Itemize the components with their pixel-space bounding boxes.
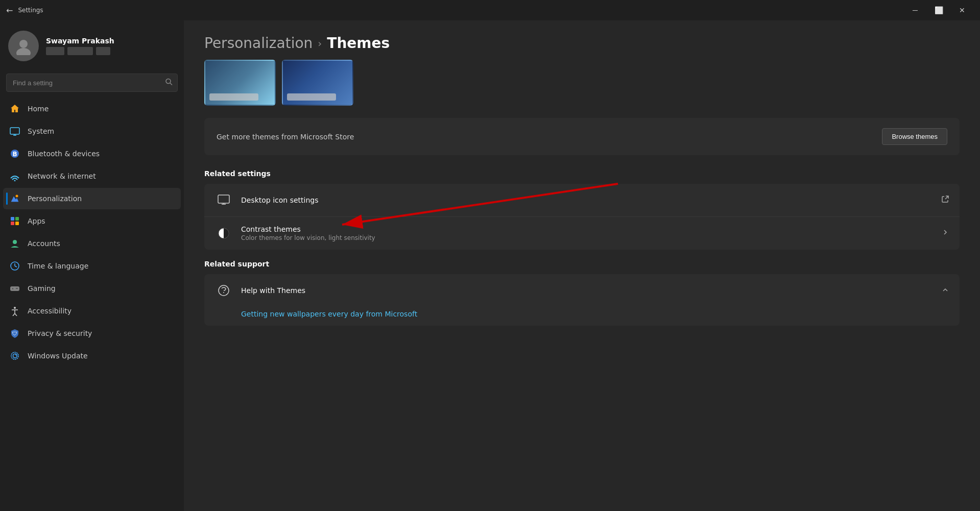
- nav-label-privacy: Privacy & security: [28, 329, 92, 337]
- theme-taskbar-1: [209, 93, 258, 101]
- svg-rect-11: [11, 217, 14, 221]
- chevron-right-icon: [941, 228, 949, 238]
- related-settings-card: Desktop icon settings: [204, 184, 960, 250]
- breadcrumb-parent[interactable]: Personalization: [204, 35, 313, 52]
- sidebar-item-apps[interactable]: Apps: [3, 210, 181, 232]
- svg-point-24: [14, 307, 16, 309]
- nav-label-home: Home: [28, 105, 49, 113]
- browse-themes-button[interactable]: Browse themes: [882, 128, 947, 145]
- app-title: Settings: [18, 7, 43, 14]
- breadcrumb-separator: ›: [318, 37, 322, 50]
- theme-thumb-img-1: [205, 61, 275, 105]
- sidebar-item-gaming[interactable]: Gaming: [3, 278, 181, 299]
- accessibility-icon: [9, 305, 20, 317]
- nav-label-apps: Apps: [28, 217, 45, 225]
- svg-point-32: [223, 292, 224, 293]
- themes-preview-row: [204, 60, 960, 106]
- svg-rect-27: [218, 195, 229, 203]
- search-box[interactable]: [6, 74, 178, 92]
- contrast-themes-icon: [214, 224, 233, 242]
- close-button[interactable]: ✕: [950, 0, 974, 20]
- badge-3: [96, 47, 110, 55]
- nav-label-accounts: Accounts: [28, 239, 60, 248]
- nav-label-system: System: [28, 127, 54, 135]
- nav-label-time: Time & language: [28, 262, 88, 270]
- theme-thumb-1[interactable]: [204, 60, 276, 106]
- sidebar-item-bluetooth[interactable]: B Bluetooth & devices: [3, 143, 181, 164]
- contrast-themes-row[interactable]: Contrast themes Color themes for low vis…: [204, 217, 960, 250]
- sidebar-item-privacy[interactable]: 🛡 Privacy & security: [3, 323, 181, 344]
- maximize-button[interactable]: ⬜: [927, 0, 950, 20]
- desktop-icon-settings-icon: [214, 191, 233, 209]
- sidebar: Swayam Prakash: [0, 20, 184, 511]
- svg-rect-14: [15, 222, 19, 225]
- help-with-themes-content: Getting new wallpapers every day from Mi…: [204, 307, 960, 326]
- badge-2: [67, 47, 93, 55]
- related-support-card: Help with Themes Getting new wallpapers …: [204, 274, 960, 326]
- help-with-themes-icon: [214, 281, 233, 300]
- svg-line-3: [170, 83, 172, 85]
- nav-label-accessibility: Accessibility: [28, 307, 71, 315]
- theme-thumb-img-2: [283, 61, 352, 105]
- gaming-icon: [9, 283, 20, 294]
- sidebar-item-accounts[interactable]: Accounts: [3, 233, 181, 254]
- nav-label-network: Network & internet: [28, 172, 96, 180]
- sidebar-item-personalization[interactable]: Personalization: [3, 188, 181, 209]
- external-link-icon: [941, 195, 949, 205]
- wallpapers-link[interactable]: Getting new wallpapers every day from Mi…: [241, 310, 417, 318]
- nav-label-gaming: Gaming: [28, 284, 56, 293]
- svg-line-18: [15, 266, 17, 267]
- minimize-button[interactable]: ─: [903, 0, 927, 20]
- content-area: Personalization › Themes: [184, 20, 980, 511]
- chevron-up-icon: [941, 286, 949, 296]
- personalization-icon: [9, 193, 20, 204]
- svg-point-2: [166, 79, 171, 84]
- window-controls: ─ ⬜ ✕: [903, 0, 974, 20]
- svg-point-23: [17, 288, 18, 289]
- network-icon: [9, 171, 20, 182]
- sidebar-item-accessibility[interactable]: Accessibility: [3, 300, 181, 322]
- contrast-themes-content: Contrast themes Color themes for low vis…: [241, 225, 933, 241]
- apps-icon: [9, 215, 20, 227]
- sidebar-item-system[interactable]: System: [3, 120, 181, 142]
- svg-point-22: [16, 288, 17, 289]
- contrast-themes-title: Contrast themes: [241, 225, 933, 233]
- svg-point-0: [19, 40, 28, 48]
- help-with-themes-header[interactable]: Help with Themes: [204, 274, 960, 307]
- sidebar-item-network[interactable]: Network & internet: [3, 165, 181, 187]
- browse-themes-text: Get more themes from Microsoft Store: [217, 133, 354, 141]
- svg-point-1: [16, 48, 31, 55]
- badge-1: [46, 47, 64, 55]
- sidebar-item-home[interactable]: Home: [3, 98, 181, 119]
- content-body: Get more themes from Microsoft Store Bro…: [184, 60, 980, 350]
- theme-thumb-2[interactable]: [282, 60, 353, 106]
- svg-text:B: B: [12, 151, 17, 158]
- sidebar-item-time[interactable]: Time & language: [3, 255, 181, 277]
- svg-rect-19: [10, 286, 19, 291]
- nav-label-personalization: Personalization: [28, 194, 82, 203]
- nav-list: Home System B: [0, 98, 184, 511]
- user-badges: [46, 47, 114, 55]
- related-settings-heading: Related settings: [204, 169, 960, 178]
- windows-update-icon: [9, 350, 20, 361]
- search-input[interactable]: [6, 74, 178, 92]
- breadcrumb-current: Themes: [327, 35, 390, 52]
- back-icon[interactable]: ←: [6, 6, 13, 15]
- nav-label-windows-update: Windows Update: [28, 352, 88, 360]
- svg-text:🛡: 🛡: [12, 331, 17, 336]
- svg-point-10: [16, 195, 18, 198]
- user-info: Swayam Prakash: [46, 37, 114, 55]
- sidebar-item-windows-update[interactable]: Windows Update: [3, 345, 181, 367]
- svg-point-26: [11, 352, 18, 359]
- svg-rect-12: [15, 217, 19, 221]
- svg-point-15: [13, 240, 17, 244]
- user-profile[interactable]: Swayam Prakash: [0, 20, 184, 69]
- desktop-icon-settings-content: Desktop icon settings: [241, 196, 933, 204]
- desktop-icon-settings-row[interactable]: Desktop icon settings: [204, 184, 960, 217]
- theme-taskbar-2: [287, 93, 336, 101]
- app-container: Swayam Prakash: [0, 20, 980, 511]
- search-icon: [165, 79, 173, 87]
- privacy-icon: 🛡: [9, 328, 20, 339]
- system-icon: [9, 126, 20, 137]
- page-header: Personalization › Themes: [184, 20, 980, 60]
